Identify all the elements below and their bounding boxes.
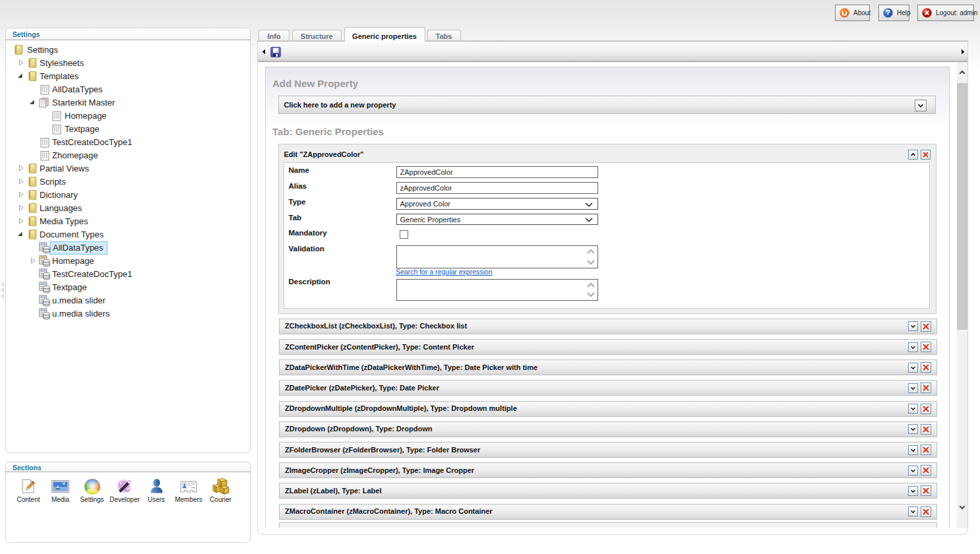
svg-text:?: ? [886, 9, 890, 16]
